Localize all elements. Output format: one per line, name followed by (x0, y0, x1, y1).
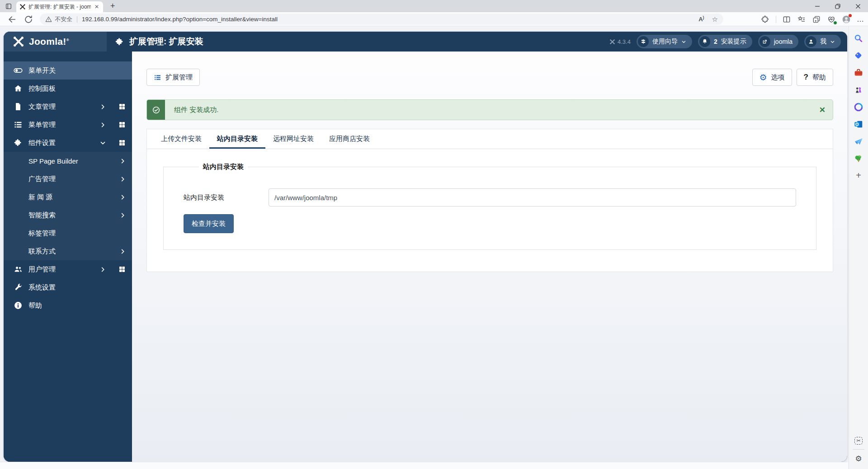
alert-message: 组件 安装成功. (165, 106, 218, 114)
joomla-version: 4.3.4 (609, 38, 631, 45)
chevron-down-icon (681, 39, 686, 44)
sidebar-item-dashboard[interactable]: 控制面板 (4, 80, 132, 98)
installer-tabs: 上传文件安装 站内目录安装 远程网址安装 应用商店安装 (147, 129, 833, 149)
main-content: 扩展管理 ⚙ 选项 ? 帮助 组件 安装成功. (132, 52, 847, 462)
split-screen-icon[interactable] (782, 15, 791, 24)
refresh-button[interactable] (24, 14, 33, 24)
collections-icon[interactable] (797, 15, 806, 24)
shopping-icon[interactable] (854, 51, 863, 61)
favorite-star-icon[interactable]: ☆ (712, 15, 718, 23)
browser-menu-icon[interactable]: … (857, 15, 864, 23)
browser-tab[interactable]: 扩展管理: 扩展安装 - joomla - 后 ✕ (16, 1, 103, 12)
tab-copy-icon[interactable] (812, 15, 821, 24)
sidebar-item-components[interactable]: 组件设置 (4, 134, 132, 152)
sidebar-item-menu-toggle[interactable]: 菜单开关 (4, 61, 132, 80)
user-icon (806, 36, 816, 47)
chevron-down-icon (830, 39, 835, 44)
tab-install-from-folder[interactable]: 站内目录安装 (209, 129, 265, 149)
sidebar-settings-icon[interactable]: ⚙ (855, 454, 862, 464)
sidebar-item-contacts[interactable]: 联系方式 (4, 242, 132, 260)
check-and-install-button[interactable]: 检查并安装 (184, 214, 234, 233)
back-button[interactable] (7, 14, 17, 24)
security-label: 不安全 (55, 15, 72, 23)
alert-close-icon[interactable]: ✕ (819, 105, 833, 115)
window-close-button[interactable] (848, 0, 868, 12)
essentials-status-dot (833, 21, 837, 25)
chevron-right-icon[interactable] (100, 104, 106, 110)
designer-icon[interactable] (854, 136, 863, 146)
toolbar-divider (776, 16, 776, 23)
sidebar-item-system[interactable]: 系统设置 (4, 278, 132, 296)
installer-card: 上传文件安装 站内目录安装 远程网址安装 应用商店安装 站内目录安装 站内目录安… (146, 129, 833, 272)
search-icon[interactable] (854, 33, 863, 43)
users-icon (14, 265, 23, 274)
chevron-right-icon[interactable] (100, 122, 106, 128)
sidebar-item-sp-page-builder[interactable]: SP Page Builder (4, 152, 132, 170)
gear-icon: ⚙ (760, 73, 767, 82)
sidebar-item-banners[interactable]: 广告管理 (4, 170, 132, 188)
list-icon (154, 74, 161, 81)
profile-notification-dot (849, 14, 852, 17)
dashboard-grid-icon[interactable] (118, 103, 126, 110)
extensions-icon[interactable] (761, 15, 770, 24)
profile-avatar[interactable] (842, 15, 851, 24)
games-icon[interactable] (854, 85, 863, 95)
sidebar-item-content[interactable]: 文章管理 (4, 98, 132, 116)
rail-divider (853, 449, 864, 450)
toolbox-icon[interactable] (854, 68, 863, 78)
tab-close-icon[interactable]: ✕ (94, 4, 100, 10)
address-bar[interactable]: 不安全 192.168.0.99/administrator/index.php… (40, 14, 723, 25)
window-controls (807, 0, 868, 12)
logo-text: Joomla!® (29, 36, 69, 47)
user-menu-button[interactable]: 我 (804, 35, 841, 48)
tab-title: 扩展管理: 扩展安装 - joomla - 后 (28, 3, 91, 11)
sidebar-item-menus[interactable]: 菜单管理 (4, 116, 132, 134)
tab-workspaces-icon[interactable] (5, 3, 12, 10)
sidebar-item-smart-search[interactable]: 智能搜索 (4, 206, 132, 224)
sidebar-item-users[interactable]: 用户管理 (4, 260, 132, 278)
tab-install-from-web[interactable]: 应用商店安装 (321, 129, 377, 149)
add-sidebar-app-icon[interactable]: + (856, 171, 861, 180)
dashboard-grid-icon[interactable] (118, 266, 126, 273)
install-from-folder-panel: 站内目录安装 站内目录安装 检查并安装 (147, 149, 833, 270)
joomla-logo[interactable]: Joomla!® (4, 32, 107, 52)
view-site-button[interactable]: joomla (758, 35, 798, 48)
options-button[interactable]: ⚙ 选项 (752, 69, 792, 86)
sidebar-item-help[interactable]: 帮助 (4, 296, 132, 314)
read-aloud-icon[interactable]: A) (698, 15, 704, 23)
page-bottom-strip (0, 462, 848, 469)
sidebar-item-tags[interactable]: 标签管理 (4, 224, 132, 242)
install-folder-label: 站内目录安装 (184, 193, 269, 202)
chevron-right-icon (120, 249, 126, 254)
sidebar-item-news-feeds[interactable]: 新 闻 源 (4, 188, 132, 206)
microsoft-365-icon[interactable] (854, 102, 863, 112)
notifications-button[interactable]: 2 安装提示 (698, 35, 752, 48)
joomla-admin-window: Joomla!® 扩展管理: 扩展安装 4.3.4 使用向导 (4, 32, 847, 462)
screenshot-icon[interactable]: ✂ (854, 437, 862, 445)
manage-extensions-button[interactable]: 扩展管理 (146, 69, 200, 86)
joomla-favicon-icon (19, 4, 26, 10)
new-tab-button[interactable]: + (108, 0, 118, 12)
chevron-right-icon (120, 212, 126, 218)
tree-icon[interactable] (854, 154, 863, 164)
help-button[interactable]: ? 帮助 (797, 69, 833, 86)
tab-install-from-url[interactable]: 远程网址安装 (265, 129, 321, 149)
site-security-chip[interactable]: 不安全 (45, 15, 72, 23)
signpost-icon (638, 36, 649, 47)
joomla-logo-icon (13, 36, 24, 47)
tab-upload-package[interactable]: 上传文件安装 (153, 129, 209, 149)
install-folder-input[interactable] (269, 188, 796, 206)
dashboard-grid-icon[interactable] (118, 139, 126, 146)
chevron-down-icon[interactable] (100, 140, 106, 146)
outlook-icon[interactable] (854, 119, 863, 129)
browser-essentials-icon[interactable] (827, 15, 836, 24)
chevron-right-icon[interactable] (100, 267, 106, 272)
external-link-icon (760, 36, 770, 47)
guided-tour-button[interactable]: 使用向导 (637, 35, 692, 48)
warning-icon (45, 16, 52, 23)
dashboard-grid-icon[interactable] (118, 121, 126, 128)
window-restore-button[interactable] (827, 0, 848, 12)
chevron-right-icon (120, 158, 126, 164)
info-icon (14, 301, 23, 310)
window-minimize-button[interactable] (807, 0, 827, 12)
